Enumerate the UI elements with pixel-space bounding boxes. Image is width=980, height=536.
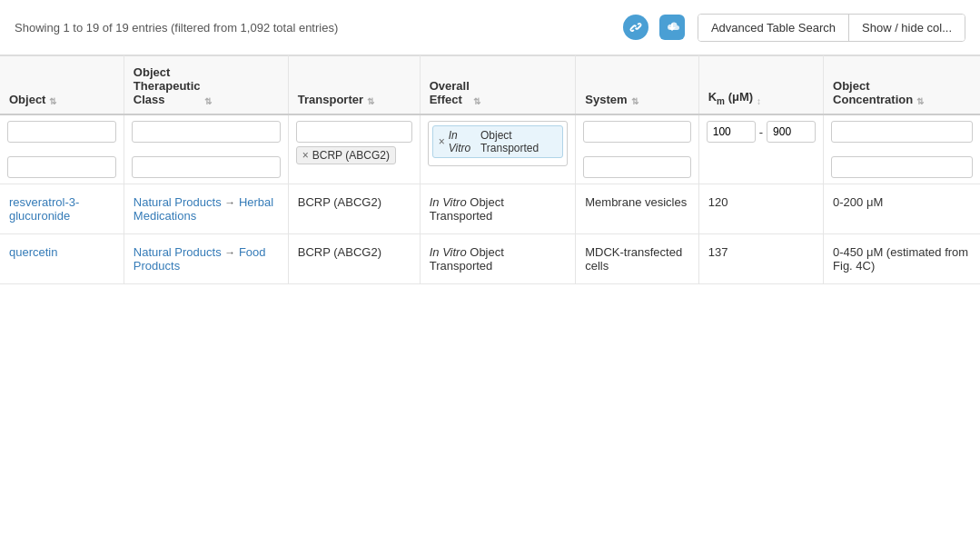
table-row: quercetin Natural Products → Food Produc… — [0, 234, 980, 284]
overall-effect-italic-2: In Vitro — [430, 245, 467, 259]
overall-effect-tag-italic: In Vitro — [449, 129, 477, 154]
col-km: Km (μM) ↕ — [698, 56, 823, 115]
km-max-input[interactable] — [767, 121, 816, 143]
object-concentration-value-1: 0-200 μM — [833, 195, 883, 209]
cell-system-1: Membrane vesicles — [576, 184, 698, 234]
col-object-concentration-label: ObjectConcentration — [833, 79, 913, 106]
transporter-value-1: BCRP (ABCG2) — [298, 195, 381, 209]
therapeutic-class-link-1[interactable]: Natural Products → Herbal Medications — [134, 195, 273, 223]
filter-object-concentration-input[interactable] — [831, 121, 973, 143]
table-header-row: Object ⇅ ObjectTherapeuticClass ⇅ Transp… — [0, 56, 980, 115]
sort-therapeutic-class-icon[interactable]: ⇅ — [204, 96, 212, 106]
col-system-label: System — [585, 93, 627, 106]
top-bar: Showing 1 to 19 of 19 entries (filtered … — [0, 0, 980, 55]
cloud-download-icon — [659, 15, 685, 40]
object-concentration-value-2: 0-450 μM (estimated from Fig. 4C) — [833, 245, 968, 273]
filter-therapeutic-class-input[interactable] — [132, 121, 281, 143]
transporter-filter-tag: × BCRP (ABCG2) — [296, 146, 396, 164]
cloud-icon-button[interactable] — [658, 13, 687, 42]
main-table: Object ⇅ ObjectTherapeuticClass ⇅ Transp… — [0, 55, 980, 284]
cell-transporter-1: BCRP (ABCG2) — [288, 184, 420, 234]
cell-therapeutic-class-2: Natural Products → Food Products — [124, 234, 288, 284]
filter-system-input-2[interactable] — [583, 156, 690, 178]
cell-therapeutic-class-1: Natural Products → Herbal Medications — [124, 184, 288, 234]
cell-object-1: resveratrol-3-glucuronide — [0, 184, 124, 234]
cell-object-2: quercetin — [0, 234, 124, 284]
transporter-tag-label: BCRP (ABCG2) — [312, 149, 390, 162]
cell-overall-effect-2: In Vitro Object Transported — [420, 234, 576, 284]
col-therapeutic-class: ObjectTherapeuticClass ⇅ — [124, 56, 288, 115]
remove-transporter-tag-button[interactable]: × — [302, 149, 309, 162]
filter-transporter-input[interactable] — [296, 121, 412, 143]
km-value-1: 120 — [708, 195, 728, 209]
filter-row: × BCRP (ABCG2) × In Vitro Object Transpo… — [0, 114, 980, 184]
col-object-concentration: ObjectConcentration ⇅ — [824, 56, 980, 115]
col-object-label: Object — [9, 93, 45, 106]
filter-km: - — [698, 114, 823, 184]
object-link-2[interactable]: quercetin — [9, 245, 57, 259]
filter-object-input-2[interactable] — [7, 156, 116, 178]
overall-effect-tag-rest: Object Transported — [480, 129, 557, 154]
transporter-value-2: BCRP (ABCG2) — [298, 245, 381, 259]
top-bar-action-buttons: Advanced Table Search Show / hide col... — [698, 14, 965, 42]
km-range-separator: - — [759, 125, 763, 139]
overall-effect-filter-tag: × In Vitro Object Transported — [432, 125, 564, 158]
filter-system — [576, 114, 698, 184]
col-object: Object ⇅ — [0, 56, 124, 115]
filter-object-concentration-input-2[interactable] — [831, 156, 973, 178]
cell-overall-effect-1: In Vitro Object Transported — [420, 184, 576, 234]
system-value-1: Membrane vesicles — [585, 195, 687, 209]
filter-therapeutic-class-input-2[interactable] — [132, 156, 281, 178]
filter-object-concentration — [824, 114, 980, 184]
chain-link-icon — [623, 15, 648, 40]
filter-transporter: × BCRP (ABCG2) — [288, 114, 420, 184]
remove-overall-effect-tag-button[interactable]: × — [439, 135, 445, 148]
table-wrap: Object ⇅ ObjectTherapeuticClass ⇅ Transp… — [0, 55, 980, 284]
cell-object-concentration-2: 0-450 μM (estimated from Fig. 4C) — [824, 234, 980, 284]
cell-km-1: 120 — [698, 184, 823, 234]
sort-system-icon[interactable]: ⇅ — [631, 96, 638, 106]
cell-object-concentration-1: 0-200 μM — [824, 184, 980, 234]
advanced-table-search-button[interactable]: Advanced Table Search — [698, 15, 849, 41]
col-km-label: Km (μM) — [708, 90, 753, 106]
sort-transporter-icon[interactable]: ⇅ — [367, 96, 374, 106]
sort-object-icon[interactable]: ⇅ — [49, 96, 56, 106]
sort-overall-effect-icon[interactable]: ⇅ — [473, 96, 480, 106]
filter-overall-effect: × In Vitro Object Transported — [420, 114, 576, 184]
col-transporter: Transporter ⇅ — [288, 56, 420, 115]
filter-therapeutic-class — [124, 114, 288, 184]
col-transporter-label: Transporter — [298, 93, 363, 106]
filter-object — [0, 114, 124, 184]
col-system: System ⇅ — [576, 56, 698, 115]
show-hide-columns-button[interactable]: Show / hide col... — [849, 15, 965, 41]
object-link-1[interactable]: resveratrol-3-glucuronide — [9, 195, 79, 223]
sort-km-icon[interactable]: ↕ — [757, 96, 761, 106]
col-overall-effect-label: OverallEffect — [430, 79, 470, 106]
km-min-input[interactable] — [707, 121, 756, 143]
system-value-2: MDCK-transfected cells — [585, 245, 682, 273]
filter-system-input[interactable] — [583, 121, 690, 143]
cell-km-2: 137 — [698, 234, 823, 284]
top-bar-icons — [621, 13, 687, 42]
km-range-filter: - — [707, 121, 816, 143]
sort-object-concentration-icon[interactable]: ⇅ — [916, 96, 924, 106]
overall-effect-filter-box: × In Vitro Object Transported — [428, 121, 569, 166]
cell-transporter-2: BCRP (ABCG2) — [288, 234, 420, 284]
overall-effect-italic-1: In Vitro — [430, 195, 467, 209]
filter-object-input[interactable] — [7, 121, 116, 143]
entries-info: Showing 1 to 19 of 19 entries (filtered … — [15, 21, 610, 35]
cell-system-2: MDCK-transfected cells — [576, 234, 698, 284]
km-value-2: 137 — [708, 245, 728, 259]
link-icon-button[interactable] — [621, 13, 650, 42]
table-row: resveratrol-3-glucuronide Natural Produc… — [0, 184, 980, 234]
col-therapeutic-class-label: ObjectTherapeuticClass — [134, 65, 201, 106]
therapeutic-class-link-2[interactable]: Natural Products → Food Products — [134, 245, 266, 273]
col-overall-effect: OverallEffect ⇅ — [420, 56, 576, 115]
